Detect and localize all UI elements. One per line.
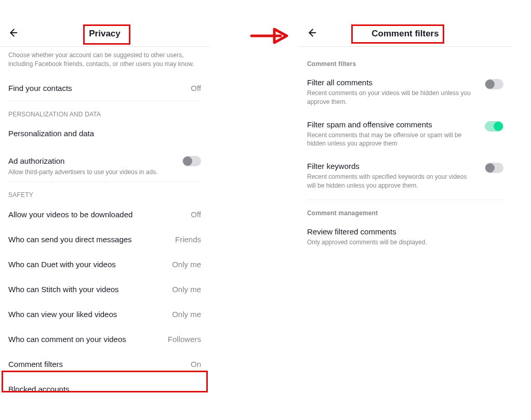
filter-label: Filter keywords <box>307 162 476 170</box>
ad-authorization-desc: Allow third-party advertisers to use you… <box>0 168 209 182</box>
find-contacts-value: Off <box>191 84 201 93</box>
filter-toggle[interactable] <box>485 163 503 173</box>
suggest-helper-text: Choose whether your account can be sugge… <box>0 47 209 76</box>
row-label: Blocked accounts <box>8 385 70 393</box>
privacy-header: Privacy <box>0 21 209 47</box>
row-value: On <box>191 360 201 369</box>
personalization-row[interactable]: Personalization and data <box>0 121 209 146</box>
find-contacts-row[interactable]: Find your contacts Off <box>0 76 209 101</box>
filter-desc: Recent comments with specified keywords … <box>307 173 476 190</box>
safety-row[interactable]: Who can view your liked videosOnly me <box>0 301 209 326</box>
filter-toggle[interactable] <box>485 121 503 132</box>
filter-row: Filter spam and offensive commentsRecent… <box>299 113 512 155</box>
row-value: Only me <box>172 260 201 269</box>
ad-authorization-toggle[interactable] <box>182 156 201 166</box>
comment-filters-screen: Comment filters Comment filters Filter a… <box>299 21 512 253</box>
filter-desc: Recent comments that may be offensive or… <box>307 131 476 149</box>
row-label: Comment filters <box>8 360 63 369</box>
ad-authorization-label: Ad authorization <box>8 156 64 165</box>
safety-row[interactable]: Comment filtersOn <box>0 351 209 376</box>
privacy-title: Privacy <box>89 29 121 39</box>
safety-row[interactable]: Who can send you direct messagesFriends <box>0 227 209 252</box>
filter-desc: Recent comments on your videos will be h… <box>307 89 476 107</box>
safety-row[interactable]: Allow your videos to be downloadedOff <box>0 202 209 227</box>
row-label: Who can comment on your videos <box>8 335 126 344</box>
section-safety: SAFETY <box>0 182 209 202</box>
section-personalization: PERSONALIZATION AND DATA <box>0 101 209 121</box>
back-arrow-icon[interactable] <box>7 27 19 41</box>
section-comment-management: Comment management <box>299 200 512 220</box>
row-value: Only me <box>172 285 201 294</box>
filter-toggle[interactable] <box>485 79 503 89</box>
row-value: Followers <box>168 335 201 344</box>
review-filtered-comments-desc: Only approved comments will be displayed… <box>307 238 479 247</box>
ad-authorization-row[interactable]: Ad authorization <box>0 146 209 171</box>
safety-row[interactable]: Who can comment on your videosFollowers <box>0 326 209 351</box>
filter-label: Filter spam and offensive comments <box>307 120 476 129</box>
section-comment-filters: Comment filters <box>299 47 512 71</box>
row-label: Who can view your liked videos <box>8 310 117 319</box>
personalization-label: Personalization and data <box>8 129 94 138</box>
comment-filters-title: Comment filters <box>371 29 439 39</box>
comment-filters-header: Comment filters <box>299 21 512 47</box>
annotation-arrow-icon <box>249 27 290 47</box>
filter-label: Filter all comments <box>307 78 476 87</box>
review-filtered-comments-row[interactable]: Review filtered comments Only approved c… <box>299 220 512 253</box>
row-label: Who can Stitch with your videos <box>8 285 119 294</box>
row-label: Who can Duet with your videos <box>8 260 116 269</box>
safety-row[interactable]: Who can Duet with your videosOnly me <box>0 252 209 277</box>
filter-row: Filter all commentsRecent comments on yo… <box>299 71 512 113</box>
privacy-screen: Privacy Choose whether your account can … <box>0 21 209 401</box>
row-value: Only me <box>172 310 201 319</box>
review-filtered-comments-label: Review filtered comments <box>307 227 503 236</box>
safety-row[interactable]: Who can Stitch with your videosOnly me <box>0 277 209 301</box>
row-value: Friends <box>175 235 201 244</box>
row-value: Off <box>191 210 201 219</box>
back-arrow-icon[interactable] <box>306 27 317 41</box>
safety-row[interactable]: Blocked accounts <box>0 376 209 401</box>
row-label: Allow your videos to be downloaded <box>8 210 132 219</box>
row-label: Who can send you direct messages <box>8 235 132 244</box>
filter-row: Filter keywordsRecent comments with spec… <box>299 154 512 196</box>
find-contacts-label: Find your contacts <box>8 84 72 93</box>
